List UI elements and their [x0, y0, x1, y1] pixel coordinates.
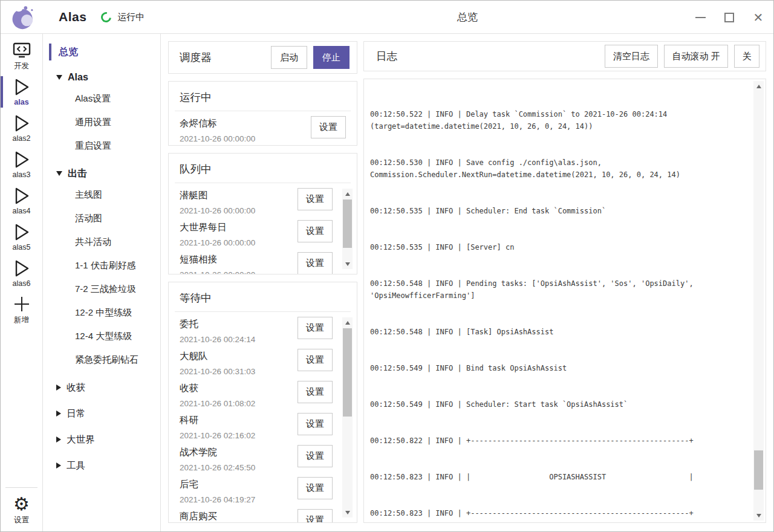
scheduler-column: 调度器 启动 停止 运行中 余烬信标 2021-10-26 00:00:00 [168, 41, 357, 523]
chevron-right-icon [56, 462, 61, 469]
stop-button[interactable]: 停止 [313, 46, 350, 69]
scrollbar-thumb[interactable] [343, 328, 352, 417]
chevron-down-icon [56, 171, 62, 176]
log-off-button[interactable]: 关 [734, 45, 759, 68]
rail-item-alas[interactable]: alas [1, 74, 42, 110]
log-line: 00:12:50.549 | INFO | Scheduler: Start t… [370, 398, 747, 410]
rail-item-alas5[interactable]: alas5 [1, 219, 42, 255]
task-name: 委托 [180, 318, 298, 331]
scroll-down-button[interactable] [342, 507, 353, 517]
task-row: 战术学院 2021-10-26 02:45:50 设置 [180, 445, 352, 472]
sidebar-item-overview[interactable]: 总览 [49, 42, 160, 62]
maximize-icon [724, 13, 734, 22]
sidebar-group-tools[interactable]: 工具 [49, 455, 160, 476]
minimize-button[interactable] [694, 11, 707, 24]
rail-item-alas6[interactable]: alas6 [1, 255, 42, 291]
task-set-button[interactable]: 设置 [298, 413, 333, 435]
sidebar-item-7-2[interactable]: 7-2 三战捡垃圾 [49, 277, 160, 301]
task-set-button[interactable]: 设置 [298, 252, 333, 274]
autoscroll-toggle-button[interactable]: 自动滚动 开 [664, 45, 728, 68]
close-icon: ✕ [753, 11, 764, 24]
chevron-right-icon [56, 410, 61, 417]
sidebar-group-daily[interactable]: 日常 [49, 403, 160, 424]
log-panel: 00:12:50.522 | INFO | Delay task `Commis… [363, 79, 766, 523]
log-line: 00:12:50.548 | INFO | Pending tasks: ['O… [370, 277, 747, 302]
task-name: 大世界每日 [180, 221, 298, 234]
sidebar-group-reward[interactable]: 收获 [49, 377, 160, 398]
start-button[interactable]: 启动 [271, 46, 307, 69]
plus-icon [15, 294, 29, 314]
rail-item-add[interactable]: 新增 [1, 291, 42, 328]
sidebar-item-1-1[interactable]: 1-1 伏击刷好感 [49, 254, 160, 277]
task-set-button[interactable]: 设置 [298, 381, 333, 403]
sidebar-item-raid[interactable]: 共斗活动 [49, 230, 160, 254]
task-set-button[interactable]: 设置 [311, 116, 346, 138]
task-row: 委托 2021-10-26 00:24:14 设置 [180, 317, 352, 344]
task-set-button[interactable]: 设置 [298, 445, 333, 467]
sidebar-item-main-map[interactable]: 主线图 [49, 183, 160, 207]
task-row: 后宅 2021-10-26 04:19:27 设置 [180, 477, 352, 504]
sidebar-item-alas-settings[interactable]: Alas设置 [49, 87, 160, 111]
task-time: 2021-10-26 00:00:00 [180, 206, 298, 215]
sidebar-item-urgent-commission[interactable]: 紧急委托刷钻石 [49, 348, 160, 372]
queued-scrollbar[interactable] [342, 189, 353, 269]
scroll-up-button[interactable] [342, 189, 353, 199]
rail-item-settings[interactable]: ⚙ 设置 [1, 491, 42, 528]
rail-item-alas4[interactable]: alas4 [1, 183, 42, 219]
rail-item-label: alas3 [13, 170, 31, 179]
scheduler-panel: 调度器 启动 停止 [168, 41, 357, 74]
rail-item-label: 新增 [14, 315, 29, 325]
task-set-button[interactable]: 设置 [298, 220, 333, 242]
rail-item-alas2[interactable]: alas2 [1, 110, 42, 146]
scrollbar-thumb[interactable] [754, 450, 763, 490]
rail-item-alas3[interactable]: alas3 [1, 146, 42, 183]
group-label: 日常 [67, 407, 85, 420]
sidebar-group-sortie[interactable]: 出击 [49, 164, 160, 183]
chevron-right-icon [56, 436, 61, 443]
sidebar-item-general-settings[interactable]: 通用设置 [49, 111, 160, 134]
task-row: 大世界每日 2021-10-26 00:00:00 设置 [180, 220, 352, 247]
sidebar-group-alas[interactable]: Alas [49, 68, 160, 87]
instance-rail: 开发 alas alas2 alas3 [1, 34, 43, 531]
sidebar-item-restart-settings[interactable]: 重启设置 [49, 134, 160, 158]
group-label: Alas [68, 72, 88, 83]
waiting-panel: 等待中 委托 2021-10-26 00:24:14 设置 大舰 [168, 282, 357, 523]
minimize-icon [695, 17, 706, 18]
sidebar-group-opsi[interactable]: 大世界 [49, 429, 160, 450]
task-row: 大舰队 2021-10-26 00:31:03 设置 [180, 349, 352, 376]
scrollbar-thumb[interactable] [343, 199, 352, 248]
app-window: Alas 运行中 总览 ✕ 开发 [0, 0, 774, 532]
task-row: 余烬信标 2021-10-26 00:00:00 设置 [180, 116, 352, 143]
log-line: 00:12:50.823 | INFO | | OPSIASHASSIST | [370, 471, 747, 483]
rail-item-dev[interactable]: 开发 [1, 37, 42, 74]
task-set-button[interactable]: 设置 [298, 317, 333, 339]
log-scrollbar[interactable] [753, 81, 764, 521]
scroll-up-button[interactable] [753, 81, 764, 91]
waiting-scrollbar[interactable] [342, 317, 353, 517]
active-indicator [1, 76, 3, 108]
close-button[interactable]: ✕ [752, 11, 765, 24]
rail-item-label: alas2 [13, 134, 31, 143]
log-line: 00:12:50.535 | INFO | Scheduler: End tas… [370, 205, 747, 217]
task-set-button[interactable]: 设置 [298, 509, 333, 522]
sidebar-item-12-4[interactable]: 12-4 大型练级 [49, 325, 160, 348]
task-set-button[interactable]: 设置 [298, 349, 333, 371]
task-set-button[interactable]: 设置 [298, 188, 333, 210]
maximize-button[interactable] [723, 11, 736, 24]
log-title: 日志 [376, 49, 397, 63]
queued-title: 队列中 [169, 154, 357, 183]
scroll-down-button[interactable] [342, 259, 353, 269]
log-line: 00:12:50.549 | INFO | Bind task OpsiAshA… [370, 362, 747, 374]
task-time: 2021-10-26 01:08:02 [180, 399, 298, 408]
scroll-down-button[interactable] [753, 510, 764, 521]
task-set-button[interactable]: 设置 [298, 477, 333, 499]
task-name: 科研 [180, 414, 298, 427]
log-column: 日志 清空日志 自动滚动 开 关 00:12:50.522 | INFO | D… [363, 41, 766, 523]
sidebar-item-label: 总览 [59, 46, 78, 59]
scroll-up-button[interactable] [342, 317, 353, 328]
sidebar-item-event-map[interactable]: 活动图 [49, 207, 160, 230]
clear-log-button[interactable]: 清空日志 [605, 45, 658, 68]
rail-item-label: 设置 [14, 515, 29, 525]
scheduler-title: 调度器 [180, 50, 212, 65]
sidebar-item-12-2[interactable]: 12-2 中型练级 [49, 301, 160, 325]
